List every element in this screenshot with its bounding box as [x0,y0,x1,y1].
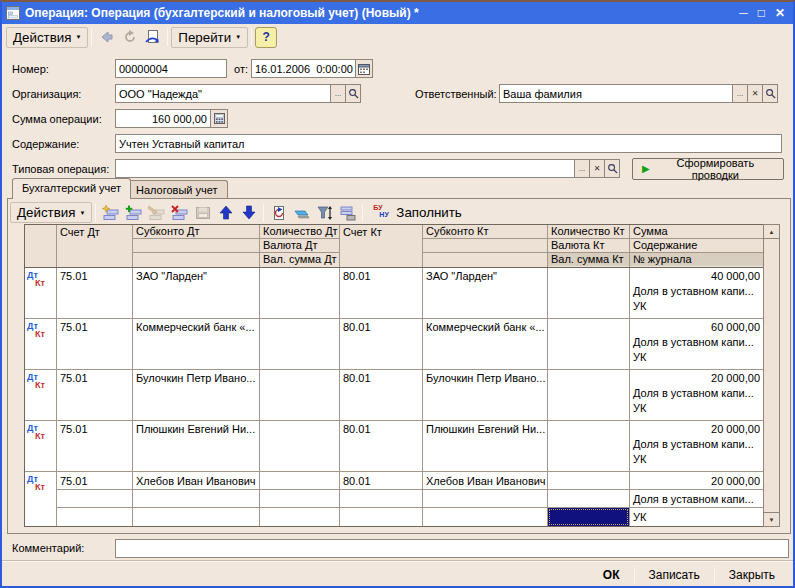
responsible-select-button[interactable]: ... [732,84,748,103]
toolbar-separator [263,204,264,222]
funnel-icon [317,205,333,221]
cell-subconto-kt[interactable]: Плюшкин Евгений Ни... [423,421,548,471]
cell-qty-dt[interactable] [260,370,340,420]
cell-account-kt[interactable]: 80.01 [340,421,423,471]
selected-cell[interactable] [548,508,629,526]
delete-row-button[interactable] [168,202,191,224]
table-row-current[interactable]: ДтКт 75.01 Хлебов Иван Иванович 80.01 [25,472,763,526]
cell-subconto-kt[interactable]: Булочкин Петр Ивано... [423,370,548,420]
table-row[interactable]: ДтКт 75.01 Плюшкин Евгений Ни... 80.01 П… [25,421,763,472]
table-toolbar: Действия ▼ [10,201,469,224]
cell-qty-dt[interactable] [260,268,340,318]
responsible-clear-button[interactable]: ✕ [747,84,763,103]
cell-subconto-dt[interactable]: Булочкин Петр Ивано... [133,370,260,420]
cell-subconto-dt[interactable]: Хлебов Иван Иванович [133,472,260,526]
actions-menu-button[interactable]: Действия ▼ [6,27,88,48]
typical-open-button[interactable] [604,159,620,178]
cell-sum[interactable]: 20 000,00 Доля в уставном капи... УК [630,472,763,526]
ok-button[interactable]: ОК [589,564,634,586]
cell-qty-kt[interactable] [548,319,630,369]
goto-menu-button[interactable]: Перейти ▼ [171,27,248,48]
number-field[interactable] [115,59,227,78]
cell-qty-kt[interactable] [548,472,630,526]
organization-open-button[interactable] [345,84,361,103]
add-row-button[interactable] [99,202,122,224]
table-row[interactable]: ДтКт 75.01 Булочкин Петр Ивано... 80.01 … [25,370,763,421]
cell-sum[interactable]: 40 000,00 Доля в уставном капи... УК [630,268,763,318]
cell-qty-kt[interactable] [548,268,630,318]
organization-select-button[interactable]: ... [330,84,346,103]
cell-qty-dt[interactable] [260,319,340,369]
set-interval-button[interactable] [290,202,313,224]
calendar-button[interactable] [355,60,372,77]
maximize-button[interactable]: □ [758,4,765,22]
refresh-button[interactable] [118,26,141,48]
move-down-button[interactable] [237,202,260,224]
move-up-button[interactable] [214,202,237,224]
cell-qty-kt[interactable] [548,421,630,471]
organization-field[interactable] [115,84,331,103]
cell-sum[interactable]: 20 000,00 Доля в уставном капи... УК [630,421,763,471]
tab-accounting[interactable]: Бухгалтерский учет [12,178,131,199]
post-operation-button[interactable] [141,26,164,48]
generate-postings-button[interactable]: ▶ Сформировать проводки [632,158,784,180]
save-ok-icon [195,205,211,221]
table-vertical-scrollbar[interactable]: ▲ ▼ [763,224,780,527]
cell-account-kt[interactable]: 80.01 [340,370,423,420]
cell-subconto-kt[interactable]: Коммерческий банк «... [423,319,548,369]
cell-account-kt[interactable]: 80.01 [340,472,423,526]
cell-subconto-dt[interactable]: Плюшкин Евгений Ни... [133,421,260,471]
table-row[interactable]: ДтКт 75.01 ЗАО "Ларден" 80.01 ЗАО "Ларде… [25,268,763,319]
content-field[interactable] [115,134,782,153]
cell-account-kt[interactable]: 80.01 [340,319,423,369]
copy-row-button[interactable] [122,202,145,224]
typical-operation-field[interactable] [115,159,575,178]
cell-account-dt[interactable]: 75.01 [57,268,133,318]
cell-subconto-kt[interactable]: ЗАО "Ларден" [423,268,548,318]
table-row[interactable]: ДтКт 75.01 Коммерческий банк «... 80.01 … [25,319,763,370]
responsible-open-button[interactable] [762,84,778,103]
table-actions-label: Действия [17,205,75,220]
cell-account-kt[interactable]: 80.01 [340,268,423,318]
scroll-up-button[interactable]: ▲ [763,224,780,239]
cell-subconto-dt[interactable]: ЗАО "Ларден" [133,268,260,318]
output-list-button[interactable] [336,202,359,224]
tab-tax[interactable]: Налоговый учет [126,180,228,198]
scroll-down-button[interactable]: ▼ [763,512,780,527]
footer-separator [2,560,793,562]
responsible-field[interactable] [499,84,733,103]
fill-button[interactable]: БУ НУ Заполнить [366,202,468,223]
reread-button[interactable] [95,26,118,48]
cell-sum[interactable]: 20 000,00 Доля в уставном капи... УК [630,370,763,420]
end-edit-button[interactable] [191,202,214,224]
calculator-button[interactable] [210,110,227,127]
edit-row-button[interactable] [145,202,168,224]
filter-sort-button[interactable] [313,202,336,224]
add-row-icon [102,205,119,221]
cell-account-dt[interactable]: 75.01 [57,421,133,471]
table-actions-menu-button[interactable]: Действия ▼ [10,202,92,223]
close-button[interactable]: ✕ [775,4,785,22]
cell-account-dt[interactable]: 75.01 [57,319,133,369]
scroll-thumb[interactable] [763,238,780,513]
edit-row-icon [148,205,165,221]
cell-qty-kt[interactable] [548,370,630,420]
save-button[interactable]: Записать [635,564,714,586]
typical-clear-button[interactable]: ✕ [589,159,605,178]
close-window-button[interactable]: Закрыть [715,564,789,586]
cell-account-dt[interactable]: 75.01 [57,472,133,526]
comment-field[interactable] [115,539,789,558]
document-post-icon [145,29,161,45]
cell-sum[interactable]: 60 000,00 Доля в уставном капи... УК [630,319,763,369]
cell-subconto-dt[interactable]: Коммерческий банк «... [133,319,260,369]
cell-account-dt[interactable]: 75.01 [57,370,133,420]
header-sum: Сумма Содержание № журнала [630,225,763,267]
typical-select-button[interactable]: ... [574,159,590,178]
minimize-button[interactable]: ─ [739,4,748,22]
arrow-down-icon [242,205,256,220]
cell-qty-dt[interactable] [260,472,340,526]
help-button[interactable]: ? [255,27,277,48]
cell-qty-dt[interactable] [260,421,340,471]
cell-subconto-kt[interactable]: Хлебов Иван Иванович [423,472,548,526]
refresh-list-button[interactable] [267,202,290,224]
